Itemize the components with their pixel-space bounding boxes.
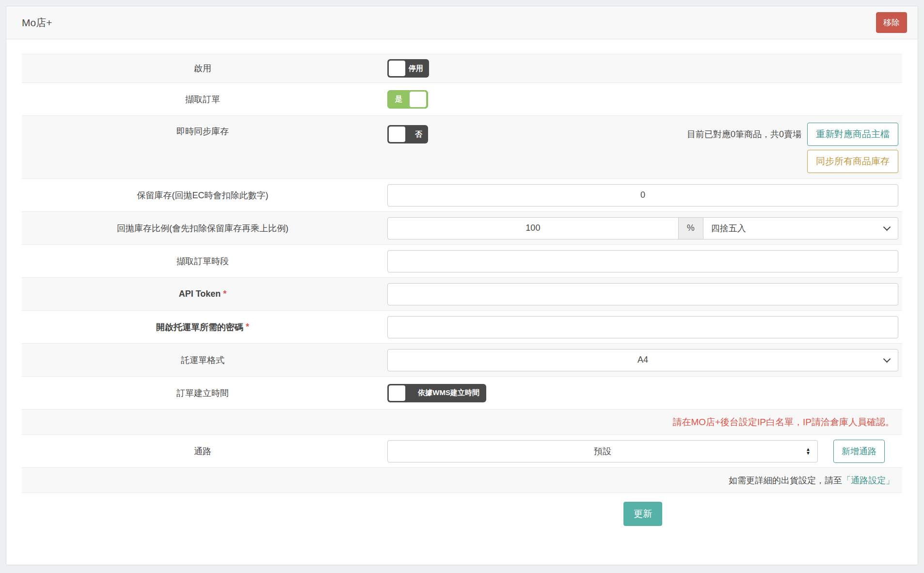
enable-label-cell: 啟用: [22, 54, 383, 82]
toggle-knob: [410, 92, 426, 107]
ip-notice-text: 請在MO店+後台設定IP白名單，IP請洽倉庫人員確認。: [672, 416, 894, 429]
row-realtime-sync: 即時同步庫存 否 目前已對應0筆商品，共0賣場 重新對應商品主檔 同步所有商品庫…: [22, 115, 902, 178]
shipping-password-label-cell: 開啟托運單所需的密碼*: [22, 311, 383, 343]
stock-ratio-control-cell: % 四捨五入: [383, 212, 902, 244]
fetch-period-control-cell: [383, 245, 902, 277]
order-create-time-toggle[interactable]: 依據WMS建立時間: [387, 384, 486, 402]
sync-status-text: 目前已對應0筆商品，共0賣場: [687, 128, 801, 140]
update-button[interactable]: 更新: [623, 502, 662, 526]
percent-addon: %: [678, 217, 703, 239]
row-enable: 啟用 停用: [22, 54, 902, 82]
channel-selected-option: 預設: [594, 446, 611, 457]
reserve-stock-label-cell: 保留庫存(回拋EC時會扣除此數字): [22, 179, 383, 211]
panel-header: Mo店+ 移除: [6, 6, 918, 39]
row-ip-notice: 請在MO店+後台設定IP白名單，IP請洽倉庫人員確認。: [22, 409, 902, 434]
channel-label-cell: 通路: [22, 435, 383, 467]
realtime-sync-toggle-label: 否: [413, 130, 428, 139]
stock-ratio-input[interactable]: [387, 217, 679, 239]
rounding-selected-option: 四捨五入: [711, 223, 746, 234]
stock-ratio-label: 回拋庫存比例(會先扣除保留庫存再乘上比例): [117, 223, 288, 234]
waybill-format-control-cell: A4: [383, 344, 902, 376]
required-asterisk: *: [223, 289, 226, 299]
row-api-token: API Token*: [22, 277, 902, 310]
toggle-knob: [389, 61, 405, 76]
fetch-orders-toggle-label: 是: [388, 95, 404, 104]
order-create-time-toggle-label: 依據WMS建立時間: [416, 388, 486, 398]
channel-control-cell: 預設 ▲ ▼ 新增通路: [383, 435, 902, 467]
submit-label-cell: [22, 493, 383, 543]
fetch-orders-control-cell: 是: [383, 83, 902, 115]
waybill-format-label-cell: 託運單格式: [22, 344, 383, 376]
row-reserve-stock: 保留庫存(回拋EC時會扣除此數字): [22, 178, 902, 211]
order-create-time-label-cell: 訂單建立時間: [22, 377, 383, 409]
shipping-note-cell: 如需更詳細的出貨設定，請至「通路設定」: [22, 468, 902, 493]
remove-button[interactable]: 移除: [876, 12, 907, 33]
row-waybill-format: 託運單格式 A4: [22, 343, 902, 376]
shipping-password-label: 開啟托運單所需的密碼: [156, 321, 243, 333]
fetch-period-input[interactable]: [387, 250, 898, 272]
stock-ratio-label-cell: 回拋庫存比例(會先扣除保留庫存再乘上比例): [22, 212, 383, 244]
submit-control-cell: 更新: [383, 493, 902, 543]
remap-products-button[interactable]: 重新對應商品主檔: [807, 123, 898, 146]
stepper-arrows-icon: ▲ ▼: [806, 447, 811, 455]
channel-label: 通路: [194, 446, 211, 457]
toggle-knob: [389, 127, 405, 142]
row-fetch-orders: 擷取訂單 是: [22, 82, 902, 115]
channel-settings-link[interactable]: 「通路設定」: [842, 475, 894, 486]
row-submit: 更新: [22, 493, 902, 543]
row-order-create-time: 訂單建立時間 依據WMS建立時間: [22, 376, 902, 409]
channel-select[interactable]: 預設 ▲ ▼: [387, 440, 818, 462]
panel-title: Mo店+: [22, 16, 52, 30]
realtime-sync-label-cell: 即時同步庫存: [22, 116, 383, 178]
reserve-stock-input[interactable]: [387, 184, 898, 207]
realtime-sync-control-cell: 否 目前已對應0筆商品，共0賣場 重新對應商品主檔 同步所有商品庫存: [383, 116, 902, 178]
realtime-sync-toggle[interactable]: 否: [387, 125, 428, 143]
api-token-control-cell: [383, 278, 902, 310]
settings-form: 啟用 停用 擷取訂單 是: [22, 54, 902, 543]
enable-control-cell: 停用: [383, 54, 902, 82]
shipping-password-input[interactable]: [387, 316, 898, 338]
realtime-sync-label: 即時同步庫存: [176, 126, 229, 137]
enable-toggle[interactable]: 停用: [387, 59, 429, 78]
mo-store-panel: Mo店+ 移除 啟用 停用 擷取訂單: [6, 6, 918, 565]
fetch-orders-toggle[interactable]: 是: [387, 90, 428, 109]
reserve-stock-control-cell: [383, 179, 902, 211]
sync-actions: 目前已對應0筆商品，共0賣場 重新對應商品主檔 同步所有商品庫存: [687, 123, 898, 173]
required-asterisk: *: [246, 322, 249, 332]
fetch-orders-label: 擷取訂單: [185, 94, 220, 105]
fetch-orders-label-cell: 擷取訂單: [22, 83, 383, 115]
row-fetch-period: 擷取訂單時段: [22, 244, 902, 277]
waybill-format-selected-option: A4: [637, 355, 648, 365]
reserve-stock-label: 保留庫存(回拋EC時會扣除此數字): [137, 190, 269, 201]
toggle-knob: [389, 385, 405, 401]
stepper-down-icon: ▼: [806, 451, 811, 455]
fetch-period-label: 擷取訂單時段: [176, 255, 229, 267]
shipping-password-control-cell: [383, 311, 902, 343]
enable-label: 啟用: [194, 63, 211, 74]
shipping-note-text: 如需更詳細的出貨設定，請至: [729, 475, 842, 486]
rounding-select[interactable]: 四捨五入: [703, 217, 898, 239]
order-create-time-control-cell: 依據WMS建立時間: [383, 377, 902, 409]
api-token-label-cell: API Token*: [22, 278, 383, 310]
stock-ratio-input-group: % 四捨五入: [387, 217, 898, 239]
api-token-label: API Token: [179, 289, 221, 299]
waybill-format-select[interactable]: A4: [387, 349, 898, 371]
sync-all-stock-button[interactable]: 同步所有商品庫存: [807, 150, 898, 173]
row-channel: 通路 預設 ▲ ▼ 新增通路: [22, 434, 902, 467]
order-create-time-label: 訂單建立時間: [176, 387, 229, 399]
chevron-down-icon: [883, 223, 891, 231]
ip-notice-cell: 請在MO店+後台設定IP白名單，IP請洽倉庫人員確認。: [22, 410, 902, 434]
chevron-down-icon: [883, 355, 891, 363]
api-token-input[interactable]: [387, 283, 898, 305]
enable-toggle-label: 停用: [407, 64, 429, 73]
panel-body: 啟用 停用 擷取訂單 是: [6, 39, 918, 543]
waybill-format-label: 託運單格式: [181, 354, 224, 366]
row-stock-ratio: 回拋庫存比例(會先扣除保留庫存再乘上比例) % 四捨五入: [22, 211, 902, 244]
sync-status-line: 目前已對應0筆商品，共0賣場 重新對應商品主檔: [687, 123, 898, 146]
row-shipping-note: 如需更詳細的出貨設定，請至「通路設定」: [22, 467, 902, 493]
add-channel-button[interactable]: 新增通路: [833, 440, 885, 463]
fetch-period-label-cell: 擷取訂單時段: [22, 245, 383, 277]
row-shipping-password: 開啟托運單所需的密碼*: [22, 310, 902, 343]
